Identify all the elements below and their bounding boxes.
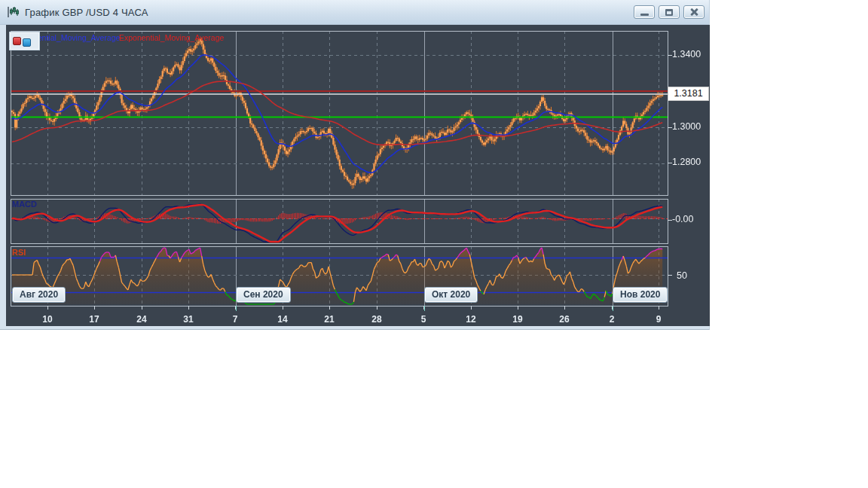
price-axis-label: 1.2800: [672, 157, 701, 167]
chart-client-area: Exponential_Moving_Average Exponential_M…: [6, 25, 710, 326]
minimize-icon: [640, 14, 649, 16]
date-axis-label: 5: [414, 314, 433, 325]
price-axis-label: 1.3000: [672, 121, 701, 132]
desktop-background: График GBP /USD 4 ЧАСА Exponential_Movin…: [0, 0, 868, 488]
date-axis-label: 7: [225, 314, 245, 325]
price-axis-label: 1.3400: [672, 49, 701, 59]
date-axis-label: 12: [461, 314, 481, 325]
date-axis-label: 31: [179, 314, 198, 325]
date-axis-label: 10: [38, 314, 57, 325]
restore-icon: [665, 9, 673, 16]
date-axis-label: 14: [273, 314, 292, 325]
date-axis-label: 19: [508, 314, 527, 325]
blue-indicator-swatch[interactable]: [23, 38, 31, 47]
month-button[interactable]: Сен 2020: [236, 287, 291, 303]
restore-button[interactable]: [659, 5, 680, 19]
current-price-label: 1.3181: [668, 87, 709, 101]
rsi-axis-value: 50: [677, 270, 687, 281]
indicator-legend-box: [10, 32, 39, 50]
chart-window-icon: [6, 5, 20, 19]
month-button[interactable]: Авг 2020: [12, 287, 66, 303]
window-controls: [634, 5, 704, 19]
minimize-button[interactable]: [634, 5, 655, 19]
close-icon: [689, 8, 698, 17]
date-axis-label: 17: [84, 314, 104, 325]
title-bar[interactable]: График GBP /USD 4 ЧАСА: [0, 0, 709, 25]
close-button[interactable]: [683, 5, 704, 19]
rsi-label: RSI: [12, 248, 26, 257]
date-axis-label: 26: [555, 314, 574, 325]
chart-window: График GBP /USD 4 ЧАСА Exponential_Movin…: [0, 0, 710, 330]
date-axis-label: 28: [367, 314, 387, 325]
date-axis-label: 2: [602, 314, 622, 325]
window-title: График GBP /USD 4 ЧАСА: [25, 7, 148, 18]
red-indicator-swatch[interactable]: [13, 37, 21, 45]
ema-slow-legend-label: Exponential_Moving_Average: [119, 33, 224, 42]
month-button[interactable]: Нов 2020: [613, 287, 668, 303]
date-axis-label: 21: [319, 314, 339, 325]
month-button[interactable]: Окт 2020: [424, 287, 478, 303]
macd-axis-value: -0.00: [672, 214, 694, 224]
date-axis-label: 24: [132, 314, 151, 325]
macd-label: MACD: [12, 200, 37, 209]
date-axis-label: 9: [649, 314, 668, 325]
chart-canvas[interactable]: [6, 25, 710, 326]
